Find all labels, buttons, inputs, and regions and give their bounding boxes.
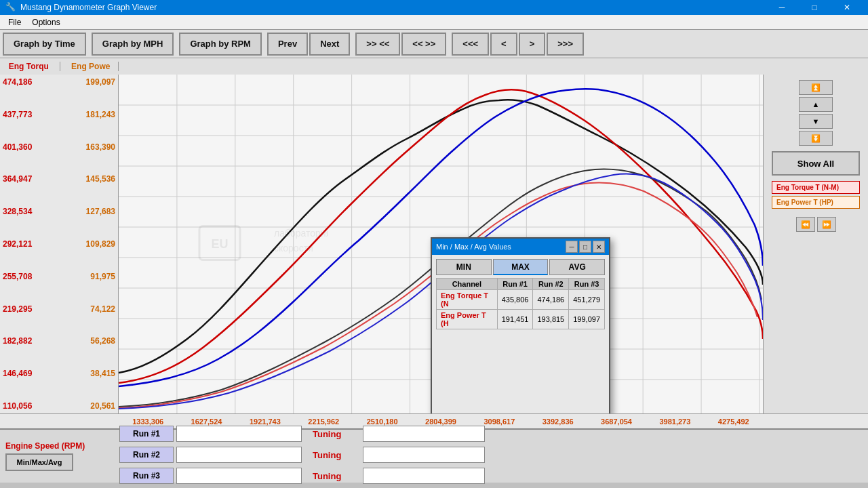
tab-min[interactable]: MIN [436, 259, 492, 275]
power-run1: 191,451 [497, 310, 533, 329]
triple-right-button[interactable]: >>> [547, 33, 584, 56]
app-icon: 🔧 [5, 2, 16, 13]
engine-speed-text2: ngine Speed (RPM) [11, 441, 85, 451]
bottom-left: Engine Speed (RPM) Min/Max/Avg [5, 441, 114, 471]
col-run3: Run #3 [569, 279, 605, 290]
next-button[interactable]: Next [309, 33, 350, 56]
graph-by-mph-button[interactable]: Graph by MPH [92, 33, 174, 56]
menu-bar: File Options [0, 15, 868, 30]
tab-max[interactable]: MAX [493, 259, 549, 275]
dialog-titlebar: Min / Max / Avg Values ─ □ ✕ [432, 239, 609, 255]
menu-file[interactable]: File [3, 16, 26, 28]
x-label-6: 3098,617 [484, 418, 515, 426]
y-left-10: 110,056 [3, 401, 32, 411]
scroll-controls-left: ⏫ ▲ ▼ ⏬ [799, 80, 833, 146]
scroll-down-double-button[interactable]: ⏬ [799, 131, 833, 146]
scroll-up-button[interactable]: ▲ [799, 97, 833, 112]
min-max-avg-button[interactable]: Min/Max/Avg [5, 453, 73, 471]
torque-run1: 435,806 [497, 290, 533, 310]
tuning2-label: Tuning [313, 450, 360, 460]
y-axis-row-7: 219,295 74,122 [3, 304, 115, 314]
dialog-table: Channel Run #1 Run #2 Run #3 Eng Torque … [436, 278, 605, 329]
show-all-button[interactable]: Show All [772, 151, 860, 176]
prev-button[interactable]: Prev [267, 33, 308, 56]
y-left-8: 182,882 [3, 336, 32, 346]
x-label-10: 4275,492 [718, 418, 749, 426]
minimize-button[interactable]: ─ [766, 0, 797, 15]
fast-rewind-button[interactable]: >> << [355, 33, 400, 56]
column-headers: Eng Torqu Eng Powe [0, 58, 868, 75]
single-right-button[interactable]: > [519, 33, 546, 56]
y-right-0: 199,097 [86, 77, 115, 87]
y-left-9: 146,469 [3, 369, 32, 378]
dialog-maximize-button[interactable]: □ [579, 241, 591, 253]
dialog-close-button[interactable]: ✕ [593, 241, 605, 253]
single-left-button[interactable]: < [490, 33, 517, 56]
y-right-6: 91,975 [90, 272, 115, 281]
dialog-row-torque: Eng Torque T (N 435,806 474,186 451,279 [437, 290, 605, 310]
engine-speed-text: E [5, 441, 11, 451]
run2-label[interactable]: Run #2 [119, 447, 174, 463]
x-label-5: 2804,399 [425, 418, 456, 426]
maximize-button[interactable]: □ [799, 0, 830, 15]
x-label-7: 3392,836 [542, 418, 574, 426]
run3-label[interactable]: Run #3 [119, 468, 174, 484]
x-label-9: 3981,273 [659, 418, 690, 426]
y-left-4: 328,534 [3, 207, 32, 216]
graph-by-rpm-button[interactable]: Graph by RPM [179, 33, 262, 56]
window-title: Mustang Dynamometer Graph Viewer [20, 3, 766, 12]
axis-header-spacer: Eng Torqu Eng Powe [0, 62, 119, 71]
y-left-7: 219,295 [3, 304, 32, 314]
tuning2-field [363, 447, 485, 463]
x-label-8: 3687,054 [601, 418, 632, 426]
scroll-controls-right: ⏪ ⏩ [796, 217, 836, 232]
y-axis-row-3: 364,947 145,536 [3, 174, 115, 184]
power-run2: 193,815 [533, 310, 569, 329]
y-axis-row-4: 328,534 127,683 [3, 207, 115, 216]
dialog-content: MIN MAX AVG Channel Run #1 Run #2 Run #3 [432, 255, 609, 413]
y-axis-row-2: 401,360 163,390 [3, 142, 115, 152]
run2-field [176, 447, 302, 463]
close-button[interactable]: ✕ [831, 0, 863, 15]
window-controls: ─ □ ✕ [766, 0, 863, 15]
tab-avg[interactable]: AVG [549, 259, 605, 275]
tuning1-label: Tuning [313, 429, 360, 439]
channel-torque: Eng Torque T (N [437, 290, 498, 310]
title-bar: 🔧 Mustang Dynamometer Graph Viewer ─ □ ✕ [0, 0, 868, 15]
graph-by-time-button[interactable]: Graph by Time [3, 33, 86, 56]
engine-speed-label: Engine Speed (RPM) [5, 441, 114, 451]
triple-left-button[interactable]: <<< [452, 33, 489, 56]
scroll-right-double-button[interactable]: ⏩ [817, 217, 836, 232]
min-max-avg-dialog: Min / Max / Avg Values ─ □ ✕ MIN MAX AVG… [431, 237, 610, 413]
y-right-4: 127,683 [86, 207, 115, 216]
y-axis-row-0: 474,186 199,097 [3, 77, 115, 87]
x-label-2: 1921,743 [250, 418, 281, 426]
dialog-row-power: Eng Power T (H 191,451 193,815 199,097 [437, 310, 605, 329]
col-channel: Channel [437, 279, 498, 290]
dialog-minimize-button[interactable]: ─ [566, 241, 578, 253]
main-area: 474,186 199,097 437,773 181,243 401,360 … [0, 75, 868, 413]
tuning-rows: Tuning Tuning Tuning [313, 426, 485, 487]
y-axis-row-6: 255,708 91,975 [3, 272, 115, 281]
right-panel: ⏫ ▲ ▼ ⏬ Show All Eng Torque T (N-M) Eng … [763, 75, 868, 413]
y-left-3: 364,947 [3, 174, 32, 184]
menu-options[interactable]: Options [26, 16, 65, 28]
torque-header: Eng Torqu [0, 62, 60, 71]
scroll-up-double-button[interactable]: ⏫ [799, 80, 833, 95]
scroll-left-double-button[interactable]: ⏪ [796, 217, 815, 232]
run-row-3: Run #3 [119, 468, 302, 484]
legend: Eng Torque T (N-M) Eng Power T (HP) [772, 181, 860, 209]
y-left-5: 292,121 [3, 239, 32, 249]
y-axis-row-5: 292,121 109,829 [3, 239, 115, 249]
scroll-down-button[interactable]: ▼ [799, 114, 833, 129]
x-label-0: 1333,306 [132, 418, 163, 426]
dialog-title: Min / Max / Avg Values [436, 243, 564, 251]
tuning-row-2: Tuning [313, 447, 485, 463]
channel-power: Eng Power T (H [437, 310, 498, 329]
run1-field [176, 426, 302, 442]
run1-label[interactable]: Run #1 [119, 426, 174, 442]
arrows-lr-button[interactable]: << >> [401, 33, 446, 56]
run-row-2: Run #2 [119, 447, 302, 463]
y-right-9: 38,415 [90, 369, 115, 378]
y-right-3: 145,536 [86, 174, 115, 184]
